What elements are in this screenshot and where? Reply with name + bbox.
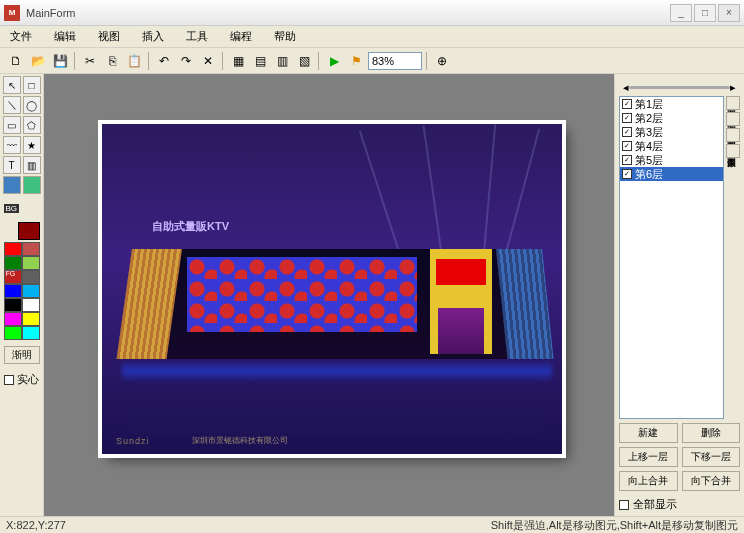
- maximize-button[interactable]: □: [694, 4, 716, 22]
- merge-down-button[interactable]: 向下合并: [682, 471, 741, 491]
- layer-row[interactable]: ✓第6层: [620, 167, 723, 181]
- layer-label: 第2层: [635, 111, 663, 126]
- checkbox-icon[interactable]: [4, 375, 14, 385]
- cut-icon[interactable]: ✂: [80, 51, 100, 71]
- ground-light: [122, 362, 552, 380]
- layer-wrap: ✓第1层 ✓第2层 ✓第3层 ✓第4层 ✓第5层 ✓第6层 图层 图框 编程图层…: [619, 96, 740, 419]
- move-up-button[interactable]: 上移一层: [619, 447, 678, 467]
- solid-checkbox-row[interactable]: 实心: [4, 372, 39, 387]
- color-swatch[interactable]: [22, 312, 40, 326]
- color-swatch[interactable]: [22, 326, 40, 340]
- fill1-tool[interactable]: [3, 176, 21, 194]
- tab-frame[interactable]: 图框: [726, 112, 740, 126]
- copy-icon[interactable]: ⎘: [102, 51, 122, 71]
- layer-label: 第1层: [635, 97, 663, 112]
- layer-row[interactable]: ✓第5层: [620, 153, 723, 167]
- layer-row[interactable]: ✓第3层: [620, 125, 723, 139]
- undo-icon[interactable]: ↶: [154, 51, 174, 71]
- curve-tool[interactable]: 〰: [3, 136, 21, 154]
- checkbox-icon[interactable]: ✓: [622, 155, 632, 165]
- checkbox-icon[interactable]: [619, 500, 629, 510]
- menu-insert[interactable]: 插入: [138, 27, 168, 46]
- open-icon[interactable]: 📂: [28, 51, 48, 71]
- slider-track[interactable]: [629, 86, 730, 89]
- checkbox-icon[interactable]: ✓: [622, 141, 632, 151]
- menu-help[interactable]: 帮助: [270, 27, 300, 46]
- play-icon[interactable]: ▶: [324, 51, 344, 71]
- grid2-icon[interactable]: ▤: [250, 51, 270, 71]
- zoom-input[interactable]: 83%: [368, 52, 422, 70]
- color-swatch[interactable]: [4, 284, 22, 298]
- move-down-button[interactable]: 下移一层: [682, 447, 741, 467]
- grid3-icon[interactable]: ▥: [272, 51, 292, 71]
- layer-row[interactable]: ✓第2层: [620, 111, 723, 125]
- layer-row[interactable]: ✓第4层: [620, 139, 723, 153]
- artboard[interactable]: 自助式量販KTV Sundzi 深圳市景铭德科技有限公司: [102, 124, 562, 454]
- color-swatch[interactable]: [22, 298, 40, 312]
- line-tool[interactable]: ＼: [3, 96, 21, 114]
- entrance-door: [438, 308, 484, 354]
- checkbox-icon[interactable]: ✓: [622, 169, 632, 179]
- color-swatch[interactable]: [22, 256, 40, 270]
- tab-layers[interactable]: 图层: [726, 96, 740, 110]
- new-layer-button[interactable]: 新建: [619, 423, 678, 443]
- star-tool[interactable]: ★: [23, 136, 41, 154]
- solid-label: 实心: [17, 372, 39, 387]
- color-swatch[interactable]: [4, 298, 22, 312]
- menu-tools[interactable]: 工具: [182, 27, 212, 46]
- merge-up-button[interactable]: 向上合并: [619, 471, 678, 491]
- delete-icon[interactable]: ✕: [198, 51, 218, 71]
- show-all-row[interactable]: 全部显示: [619, 497, 740, 512]
- show-all-label: 全部显示: [633, 497, 677, 512]
- color-swatch[interactable]: [22, 284, 40, 298]
- menu-program[interactable]: 编程: [226, 27, 256, 46]
- color-swatch[interactable]: [4, 242, 22, 256]
- grid-tool[interactable]: ▥: [23, 156, 41, 174]
- fg-bg-swatches[interactable]: BG: [4, 204, 40, 240]
- menu-file[interactable]: 文件: [6, 27, 36, 46]
- color-swatch[interactable]: [22, 270, 40, 284]
- minimize-button[interactable]: _: [670, 4, 692, 22]
- menubar: 文件 编辑 视图 插入 工具 编程 帮助: [0, 26, 744, 48]
- rect-tool[interactable]: □: [23, 76, 41, 94]
- fg-swatch[interactable]: FG: [4, 270, 22, 284]
- color-swatch[interactable]: [4, 312, 22, 326]
- select-tool[interactable]: ↖: [3, 76, 21, 94]
- fill2-tool[interactable]: [23, 176, 41, 194]
- canvas-area[interactable]: 自助式量販KTV Sundzi 深圳市景铭德科技有限公司: [44, 74, 614, 516]
- menu-view[interactable]: 视图: [94, 27, 124, 46]
- checkbox-icon[interactable]: ✓: [622, 113, 632, 123]
- entrance: [430, 249, 492, 354]
- roundrect-tool[interactable]: ▭: [3, 116, 21, 134]
- statusbar: X:822,Y:277 Shift是强迫,Alt是移动图元,Shift+Alt是…: [0, 516, 744, 533]
- save-icon[interactable]: 💾: [50, 51, 70, 71]
- paste-icon[interactable]: 📋: [124, 51, 144, 71]
- layer-row[interactable]: ✓第1层: [620, 97, 723, 111]
- separator: [426, 52, 428, 70]
- opacity-slider[interactable]: ◂ ▸: [619, 78, 740, 96]
- tab-pixel[interactable]: 像素图层: [726, 144, 740, 158]
- color-swatch[interactable]: [4, 326, 22, 340]
- facade-pattern: [187, 257, 417, 332]
- bg-swatch[interactable]: [18, 222, 40, 240]
- grid1-icon[interactable]: ▦: [228, 51, 248, 71]
- color-swatch[interactable]: [22, 242, 40, 256]
- grid4-icon[interactable]: ▧: [294, 51, 314, 71]
- tab-program[interactable]: 编程图层: [726, 128, 740, 142]
- menu-edit[interactable]: 编辑: [50, 27, 80, 46]
- checkbox-icon[interactable]: ✓: [622, 99, 632, 109]
- add-icon[interactable]: ⊕: [432, 51, 452, 71]
- delete-layer-button[interactable]: 删除: [682, 423, 741, 443]
- layer-list[interactable]: ✓第1层 ✓第2层 ✓第3层 ✓第4层 ✓第5层 ✓第6层: [619, 96, 724, 419]
- close-button[interactable]: ×: [718, 4, 740, 22]
- ktv-sign: 自助式量販KTV: [152, 219, 229, 234]
- color-swatch[interactable]: [4, 256, 22, 270]
- text-tool[interactable]: T: [3, 156, 21, 174]
- redo-icon[interactable]: ↷: [176, 51, 196, 71]
- checkbox-icon[interactable]: ✓: [622, 127, 632, 137]
- gradient-button[interactable]: 渐明: [4, 346, 40, 364]
- ellipse-tool[interactable]: ◯: [23, 96, 41, 114]
- polygon-tool[interactable]: ⬠: [23, 116, 41, 134]
- flag-icon[interactable]: ⚑: [346, 51, 366, 71]
- new-icon[interactable]: 🗋: [6, 51, 26, 71]
